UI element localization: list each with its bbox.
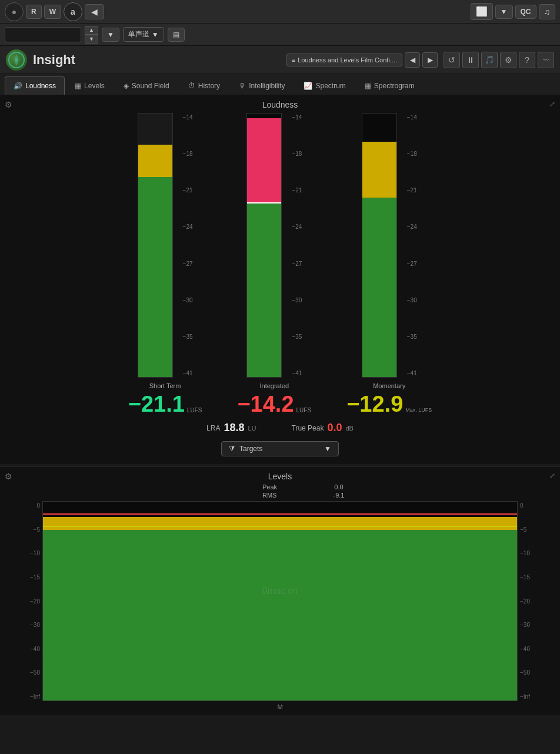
insight-middle: ≡ Loudness and Levels Film Confi.... ◀ ▶ — [286, 52, 438, 68]
settings-btn[interactable]: ⚙ — [500, 52, 516, 68]
help-btn[interactable]: ? — [519, 52, 535, 68]
short-term-unit: LUFS — [187, 407, 202, 413]
peak-label: Peak — [262, 483, 277, 491]
track-input[interactable] — [5, 27, 81, 42]
momentary-green — [362, 198, 396, 377]
levels-expand-icon[interactable]: ⤢ — [549, 472, 555, 480]
spectrum-tab-label: Spectrum — [315, 82, 345, 90]
tab-spectrum[interactable]: 📈 Spectrum — [295, 76, 354, 95]
loudness-panel: ⚙ Loudness ⤢ −14 −18 −21 −24 −2 — [0, 95, 560, 465]
lra-unit: LU — [248, 425, 256, 432]
targets-label: Targets — [239, 445, 262, 453]
insight-header: Insight ≡ Loudness and Levels Film Confi… — [0, 46, 560, 74]
lra-metric: LRA 18.8 LU — [206, 422, 256, 434]
channel-label: 单声道 — [128, 29, 149, 39]
qc-button[interactable]: QC — [515, 5, 536, 19]
momentary-yellow — [362, 142, 396, 198]
loudness-settings-icon[interactable]: ⚙ — [5, 100, 12, 109]
audio-btn[interactable]: 🎵 — [481, 52, 498, 68]
short-term-bar — [138, 113, 173, 378]
prev-preset-btn[interactable]: ◀ — [405, 52, 420, 68]
insight-title: Insight — [33, 52, 75, 68]
tab-levels[interactable]: ▦ Levels — [66, 76, 114, 95]
loudness-panel-title: Loudness — [5, 100, 555, 109]
preset-small-btn[interactable]: ▤ — [168, 28, 185, 42]
a-button[interactable]: a — [64, 2, 82, 21]
wave-btn[interactable]: 〰 — [538, 52, 554, 68]
top-bar-right: ⬜ ▼ QC ♫ — [471, 3, 555, 20]
levels-tab-label: Levels — [84, 82, 105, 90]
music-button[interactable]: ♫ — [539, 4, 556, 19]
dropdown-btn[interactable]: ▼ — [495, 5, 513, 19]
insight-right: ↺ ⏸ 🎵 ⚙ ? 〰 — [444, 52, 554, 68]
camera-btn[interactable]: ⬜ — [471, 3, 493, 20]
levels-scale-right: 0 −5 −10 −15 −20 −30 −40 −50 −Inf — [520, 501, 544, 701]
levels-panel-title: Levels — [5, 472, 555, 481]
levels-peak-row: Peak — [215, 483, 321, 491]
w-button[interactable]: W — [44, 5, 61, 19]
down-arrow-btn[interactable]: ▼ — [85, 35, 98, 44]
pause-btn[interactable]: ⏸ — [462, 52, 479, 68]
levels-peak-line — [43, 513, 517, 515]
integrated-bar — [246, 113, 282, 378]
levels-channel-label: M — [5, 703, 555, 710]
integrated-marker — [247, 202, 281, 203]
targets-sliders-icon: ⧩ — [229, 445, 235, 453]
integrated-meter: −14 −18 −21 −24 −27 −30 −35 −41 Integrat… — [237, 113, 311, 417]
preset-button[interactable]: ≡ Loudness and Levels Film Confi.... — [286, 54, 402, 66]
integrated-pink — [247, 118, 281, 203]
tab-history[interactable]: ⏱ History — [179, 76, 229, 95]
tab-loudness[interactable]: 🔊 Loudness — [5, 76, 65, 95]
short-term-yellow — [138, 145, 172, 177]
tab-intelligibility[interactable]: 🎙 Intelligibility — [230, 76, 294, 95]
levels-scale-left: 0 −5 −10 −15 −20 −30 −40 −50 −Inf — [16, 501, 40, 701]
arrow-group: ▲ ▼ — [85, 26, 98, 44]
levels-green-fill — [43, 530, 517, 700]
short-term-value: −21.1 LUFS — [128, 392, 202, 417]
integrated-value: −14.2 LUFS — [237, 392, 311, 417]
intelligibility-tab-icon: 🎙 — [239, 82, 246, 90]
tab-soundfield[interactable]: ◈ Sound Field — [115, 76, 178, 95]
loudness-expand-icon[interactable]: ⤢ — [549, 100, 555, 108]
levels-stats: Peak 0.0 — [16, 483, 555, 492]
true-peak-metric: True Peak 0.0 dB — [292, 422, 354, 434]
rms-label-wrap: RMS — [215, 492, 321, 499]
loop-btn[interactable]: ↺ — [444, 52, 460, 68]
levels-yellow-fill — [43, 517, 517, 530]
levels-peak-value: 0.0 — [321, 483, 356, 491]
channel-dropdown-icon: ▼ — [152, 31, 159, 39]
spectrogram-tab-label: Spectrogram — [374, 82, 415, 90]
targets-dropdown[interactable]: ⧩ Targets ▼ — [221, 441, 339, 456]
soundfield-tab-icon: ◈ — [124, 82, 129, 90]
true-peak-unit: dB — [345, 425, 353, 432]
short-term-meter: −14 −18 −21 −24 −27 −30 −35 −41 Short Te… — [128, 113, 202, 417]
momentary-label: Momentary — [373, 382, 405, 389]
momentary-unit: Max. LUFS — [405, 407, 432, 413]
up-arrow-btn[interactable]: ▲ — [85, 26, 98, 35]
back-button[interactable]: ◀ — [85, 4, 104, 19]
integrated-scale: −14 −18 −21 −24 −27 −30 −35 −41 — [285, 113, 302, 378]
next-preset-btn[interactable]: ▶ — [422, 52, 438, 68]
channel-selector[interactable]: 单声道 ▼ — [123, 27, 164, 42]
levels-settings-icon[interactable]: ⚙ — [5, 472, 12, 481]
dropdown-small[interactable]: ▼ — [102, 28, 119, 42]
r-button[interactable]: R — [26, 5, 42, 19]
history-tab-label: History — [198, 82, 220, 90]
loudness-tab-label: Loudness — [25, 82, 56, 90]
tab-spectrogram[interactable]: ▦ Spectrogram — [356, 76, 424, 95]
logo-button[interactable]: ● — [5, 2, 24, 21]
short-term-scale: −14 −18 −21 −24 −27 −30 −35 −41 — [176, 113, 193, 378]
tabs-bar: 🔊 Loudness ▦ Levels ◈ Sound Field ⏱ Hist… — [0, 74, 560, 95]
true-peak-value: 0.0 — [327, 422, 342, 434]
meters-row: −14 −18 −21 −24 −27 −30 −35 −41 Short Te… — [5, 113, 555, 417]
levels-rms-value: -9.1 — [321, 492, 356, 499]
momentary-bar — [362, 113, 397, 378]
true-peak-label: True Peak — [292, 424, 324, 432]
lra-label: LRA — [206, 424, 220, 432]
second-bar: ▲ ▼ ▼ 单声道 ▼ ▤ — [0, 24, 560, 46]
history-tab-icon: ⏱ — [188, 82, 195, 90]
short-term-label: Short Term — [149, 382, 181, 389]
loudness-tab-icon: 🔊 — [14, 82, 22, 90]
svg-point-1 — [15, 58, 18, 62]
targets-dropdown-icon: ▼ — [324, 445, 331, 453]
